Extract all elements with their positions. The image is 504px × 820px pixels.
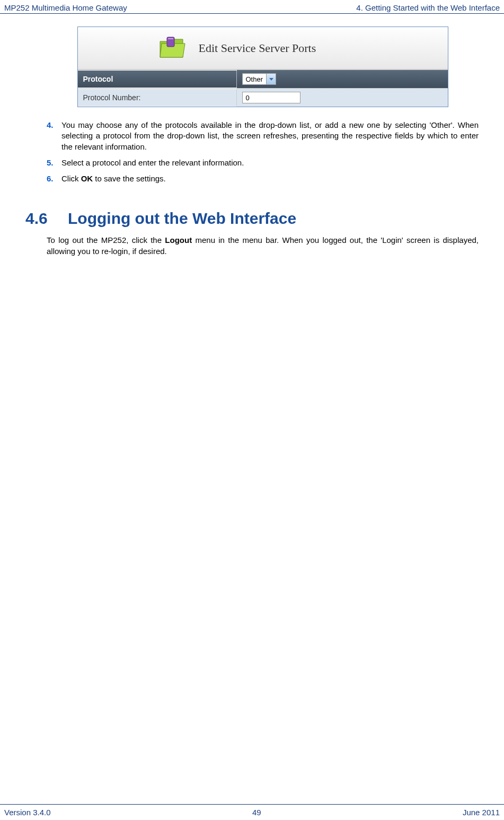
step-text: Click OK to save the settings. — [61, 173, 479, 184]
section-number: 4.6 — [25, 210, 68, 228]
step-4: 4. You may choose any of the protocols a… — [47, 120, 479, 152]
step-number: 5. — [47, 158, 61, 168]
protocol-select[interactable]: Other — [242, 73, 277, 85]
section-body: To log out the MP252, click the Logout m… — [47, 235, 479, 257]
footer-page-number: 49 — [252, 808, 261, 817]
panel-header: Edit Service Server Ports — [78, 27, 448, 69]
panel-title: Edit Service Server Ports — [199, 41, 316, 55]
protocol-row: Protocol Other — [78, 69, 448, 88]
header-right: 4. Getting Started with the Web Interfac… — [356, 3, 500, 12]
footer-version: Version 3.4.0 — [4, 808, 51, 817]
protocol-value-cell: Other — [237, 70, 448, 88]
section-heading: 4.6 Logging out the Web Interface — [25, 210, 479, 228]
header-left: MP252 Multimedia Home Gateway — [4, 3, 127, 12]
protocol-number-row: Protocol Number: 0 — [78, 88, 448, 107]
folder-icon — [157, 35, 189, 62]
protocol-select-value: Other — [243, 75, 267, 83]
svg-rect-1 — [168, 38, 173, 39]
step-5: 5. Select a protocol and enter the relev… — [47, 158, 479, 168]
page-footer: Version 3.4.0 49 June 2011 — [0, 804, 504, 820]
footer-date: June 2011 — [463, 808, 500, 817]
page-content: Edit Service Server Ports Protocol Other… — [0, 14, 504, 257]
page-header: MP252 Multimedia Home Gateway 4. Getting… — [0, 0, 504, 14]
protocol-number-value-cell: 0 — [237, 89, 448, 107]
steps-list: 4. You may choose any of the protocols a… — [47, 120, 479, 184]
protocol-label: Protocol — [78, 71, 237, 88]
step-number: 6. — [47, 173, 61, 184]
step-text: You may choose any of the protocols avai… — [61, 120, 479, 152]
step-text: Select a protocol and enter the relevant… — [61, 158, 479, 168]
step-6: 6. Click OK to save the settings. — [47, 173, 479, 184]
section-title: Logging out the Web Interface — [68, 210, 296, 228]
step-number: 4. — [47, 120, 61, 152]
edit-service-server-ports-panel: Edit Service Server Ports Protocol Other… — [77, 27, 448, 107]
protocol-number-label: Protocol Number: — [78, 89, 237, 106]
chevron-down-icon — [266, 74, 276, 84]
protocol-number-input[interactable]: 0 — [242, 92, 300, 103]
